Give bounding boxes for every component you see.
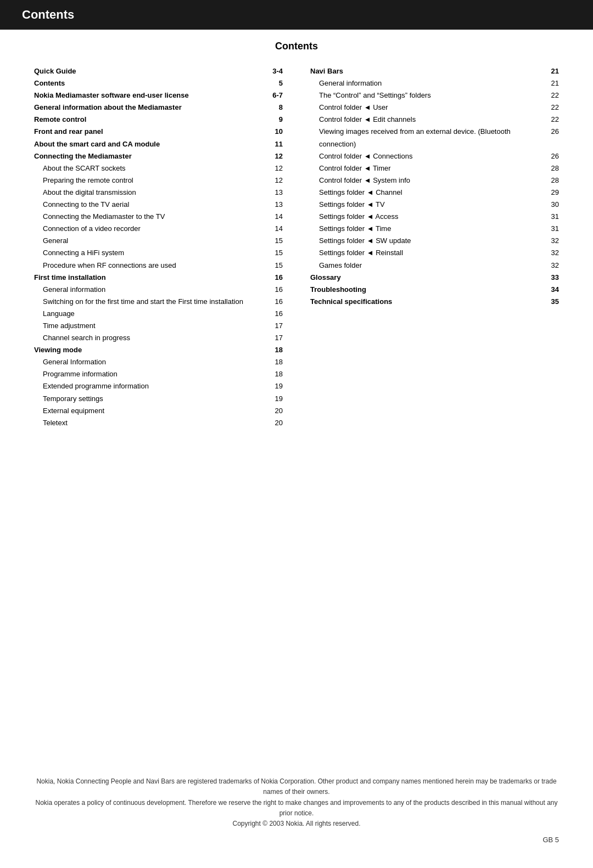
toc-left-item: Programme information18 — [34, 368, 283, 380]
toc-left-item: Connecting the Mediamaster12 — [34, 150, 283, 162]
toc-item-page: 12 — [266, 150, 283, 162]
toc-item-label: Control folder ◄ Connections — [310, 150, 542, 162]
toc-item-page: 31 — [542, 211, 559, 223]
toc-item-label: Control folder ◄ System info — [310, 174, 542, 187]
toc-item-label: Settings folder ◄ Reinstall — [310, 247, 542, 259]
toc-item-label: External equipment — [34, 405, 266, 417]
toc-item-label: About the digital transmission — [34, 187, 266, 199]
toc-item-label: Viewing mode — [34, 344, 266, 356]
toc-left-item: Connecting to the TV aerial13 — [34, 199, 283, 211]
toc-left-item: Language16 — [34, 308, 283, 320]
toc-item-label: Temporary settings — [34, 393, 266, 405]
toc-item-page: 22 — [542, 102, 559, 114]
toc-item-page: 6-7 — [266, 89, 283, 102]
toc-right-item: General information21 — [310, 77, 559, 89]
toc-item-page: 28 — [542, 174, 559, 187]
toc-left-item: Nokia Mediamaster software end-user lice… — [34, 89, 283, 102]
toc-item-page: 16 — [266, 308, 283, 320]
toc-left-item: Contents5 — [34, 77, 283, 89]
toc-item-label: Games folder — [310, 260, 542, 272]
toc-item-label: Control folder ◄ Timer — [310, 162, 542, 174]
toc-left-item: About the smart card and CA module11 — [34, 138, 283, 150]
toc-item-label: Settings folder ◄ TV — [310, 199, 542, 211]
toc-item-page: 18 — [266, 344, 283, 356]
toc-item-label: Extended programme information — [34, 380, 266, 392]
toc-item-label: Connecting the Mediamaster to the TV — [34, 211, 266, 223]
page-indicator: GB 5 — [34, 835, 559, 846]
toc-item-label: Navi Bars — [310, 65, 542, 77]
toc-right-item: Settings folder ◄ Channel29 — [310, 187, 559, 199]
toc-item-label: Teletext — [34, 417, 266, 429]
toc-right-item: Settings folder ◄ Time31 — [310, 223, 559, 235]
toc-item-page: 11 — [266, 138, 283, 150]
toc-item-label: General information — [34, 284, 266, 296]
header-bar: Contents — [0, 0, 593, 30]
toc-left-item: Connecting a HiFi system15 — [34, 247, 283, 259]
toc-item-label: Channel search in progress — [34, 332, 266, 344]
toc-item-page: 15 — [266, 260, 283, 272]
toc-left-item: General information16 — [34, 284, 283, 296]
toc-item-page: 15 — [266, 235, 283, 247]
toc-item-label: First time installation — [34, 272, 266, 284]
toc-container: Quick Guide3-4Contents5Nokia Mediamaster… — [34, 65, 559, 429]
toc-item-page: 13 — [266, 187, 283, 199]
toc-item-label: About the SCART sockets — [34, 162, 266, 174]
toc-right-item: Games folder32 — [310, 260, 559, 272]
toc-item-page: 26 — [542, 150, 559, 162]
page-content: Contents Quick Guide3-4Contents5Nokia Me… — [0, 41, 593, 473]
toc-right-column: Navi Bars21General information21The “Con… — [310, 65, 559, 308]
toc-item-label: Settings folder ◄ Access — [310, 211, 542, 223]
footer-line1: Nokia, Nokia Connecting People and Navi … — [34, 776, 559, 797]
toc-left-item: Connecting the Mediamaster to the TV14 — [34, 211, 283, 223]
toc-item-label: Control folder ◄ User — [310, 102, 542, 114]
toc-item-page: 33 — [542, 272, 559, 284]
toc-item-label: General information — [310, 77, 542, 89]
toc-item-page: 32 — [542, 235, 559, 247]
toc-item-label: Control folder ◄ Edit channels — [310, 114, 542, 126]
toc-left-item: Quick Guide3-4 — [34, 65, 283, 77]
toc-item-page: 14 — [266, 223, 283, 235]
toc-left-item: Switching on for the first time and star… — [34, 296, 283, 308]
toc-item-page: 31 — [542, 223, 559, 235]
toc-item-label: Technical specifications — [310, 296, 542, 308]
toc-left-item: Connection of a video recorder14 — [34, 223, 283, 235]
toc-item-label: Language — [34, 308, 266, 320]
toc-item-label: Switching on for the first time and star… — [34, 296, 266, 308]
toc-right-item: Control folder ◄ Timer28 — [310, 162, 559, 174]
toc-right-item: Navi Bars21 — [310, 65, 559, 77]
toc-item-label: Connecting to the TV aerial — [34, 199, 266, 211]
toc-item-page: 22 — [542, 89, 559, 102]
toc-item-page: 29 — [542, 187, 559, 199]
toc-item-label: Settings folder ◄ Time — [310, 223, 542, 235]
toc-item-page: 32 — [542, 247, 559, 259]
toc-item-page: 13 — [266, 199, 283, 211]
toc-left-item: General Information18 — [34, 356, 283, 368]
footer: Nokia, Nokia Connecting People and Navi … — [0, 776, 593, 846]
toc-item-page: 19 — [266, 393, 283, 405]
toc-item-page: 21 — [542, 77, 559, 89]
toc-item-label: Front and rear panel — [34, 126, 266, 138]
toc-item-label: Quick Guide — [34, 65, 266, 77]
toc-item-page: 17 — [266, 320, 283, 332]
toc-left-item: Viewing mode18 — [34, 344, 283, 356]
toc-item-page: 15 — [266, 247, 283, 259]
toc-item-label: Remote control — [34, 114, 266, 126]
toc-right-item: Viewing images received from an external… — [310, 126, 559, 150]
toc-item-page: 8 — [266, 102, 283, 114]
toc-item-page: 10 — [266, 126, 283, 138]
toc-left-item: General15 — [34, 235, 283, 247]
toc-item-page: 14 — [266, 211, 283, 223]
header-title: Contents — [22, 8, 571, 22]
toc-left-item: About the SCART sockets12 — [34, 162, 283, 174]
toc-item-label: The “Control” and “Settings” folders — [310, 89, 542, 102]
toc-item-page: 34 — [542, 284, 559, 296]
toc-right-item: Technical specifications35 — [310, 296, 559, 308]
toc-left-item: Front and rear panel10 — [34, 126, 283, 138]
toc-item-label: General — [34, 235, 266, 247]
toc-item-page: 9 — [266, 114, 283, 126]
toc-item-page: 20 — [266, 417, 283, 429]
toc-item-page: 21 — [542, 65, 559, 77]
toc-right-item: Control folder ◄ Edit channels22 — [310, 114, 559, 126]
toc-left-column: Quick Guide3-4Contents5Nokia Mediamaster… — [34, 65, 283, 429]
footer-line2: Nokia operates a policy of continuous de… — [34, 798, 559, 819]
